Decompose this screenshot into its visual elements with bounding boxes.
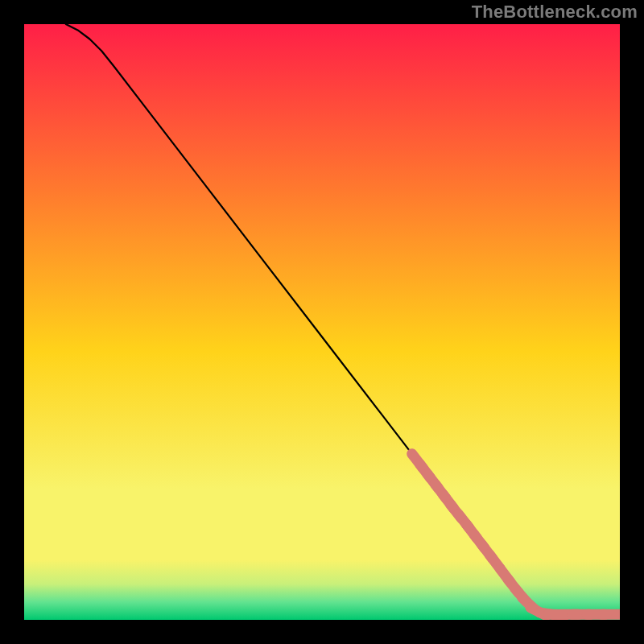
chart-frame: TheBottleneck.com — [0, 0, 644, 644]
plot-area — [24, 24, 620, 620]
watermark-text: TheBottleneck.com — [472, 2, 638, 23]
gradient-background — [24, 24, 620, 620]
chart-svg — [24, 24, 620, 620]
